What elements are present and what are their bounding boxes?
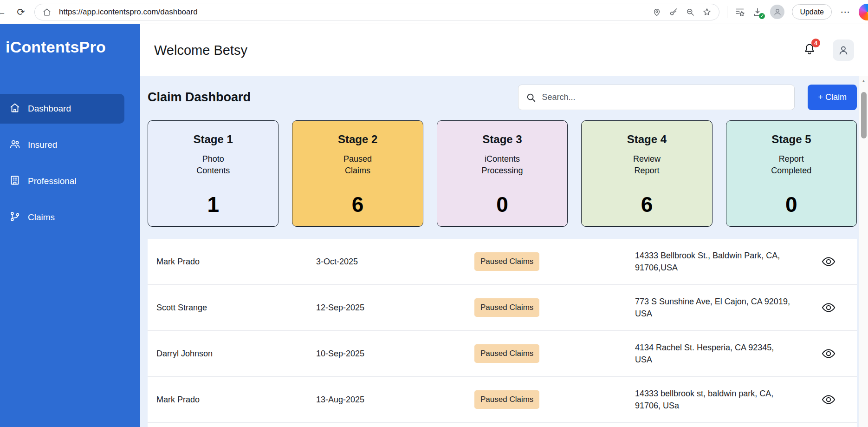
stage-card-1: Stage 1 Photo Contents 1 (148, 120, 279, 227)
view-claim-button[interactable] (822, 302, 836, 313)
stage-card-2: Stage 2 Paused Claims 6 (292, 120, 423, 227)
sidebar-nav: Dashboard Insured Professional Claims (0, 94, 140, 232)
stage-title: Stage 1 (194, 133, 233, 146)
stage-title: Stage 5 (771, 133, 811, 146)
profile-button[interactable] (833, 39, 854, 61)
home-icon (9, 102, 20, 116)
stage-subtitle: Review Report (633, 153, 661, 177)
scrollbar: ▲ (859, 76, 868, 427)
search-box[interactable] (518, 85, 795, 110)
refresh-icon[interactable]: ⟳ (15, 7, 27, 18)
url-text[interactable]: https://app.icontentspro.com/dashboard (59, 7, 645, 17)
claim-address: 4134 Rachel St. Hesperia, CA 92345, USA (635, 342, 793, 366)
stage-count: 6 (641, 192, 653, 217)
sidebar-item-label: Claims (28, 212, 55, 223)
view-claim-button[interactable] (822, 348, 836, 359)
favorite-star-icon[interactable] (702, 7, 712, 17)
status-badge: Paused Claims (474, 298, 539, 317)
location-icon[interactable] (652, 7, 661, 17)
browser-update-button[interactable]: Update (792, 4, 832, 20)
eye-icon (822, 394, 836, 405)
stage-title: Stage 2 (338, 133, 377, 146)
downloads-icon[interactable]: ✓ (752, 7, 763, 17)
stage-subtitle: Paused Claims (343, 153, 372, 177)
view-claim-button[interactable] (822, 394, 836, 405)
stage-title: Stage 3 (482, 133, 522, 146)
stage-card-3: Stage 3 iContents Processing 0 (437, 120, 568, 227)
sidebar-item-label: Dashboard (28, 104, 71, 114)
claim-date: 10-Sep-2025 (316, 349, 474, 359)
stage-count: 6 (352, 192, 364, 217)
browser-menu-icon[interactable]: ⋯ (839, 7, 851, 18)
sidebar-item-claims[interactable]: Claims (0, 203, 124, 232)
welcome-text: Welcome Betsy (154, 43, 247, 58)
claim-date: 3-Oct-2025 (316, 257, 474, 267)
app-header: Welcome Betsy 4 (140, 24, 868, 76)
stage-count: 0 (496, 192, 508, 217)
claim-name: Mark Prado (148, 395, 316, 405)
stage-cards: Stage 1 Photo Contents 1 Stage 2 Paused … (148, 120, 857, 227)
back-icon[interactable]: ← (0, 7, 7, 18)
search-input[interactable] (542, 92, 787, 102)
branch-icon (9, 211, 20, 224)
stage-card-5: Stage 5 Report Completed 0 (726, 120, 857, 227)
sidebar: iContentsPro Dashboard Insured Professio… (0, 24, 140, 427)
browser-chrome: ← ⟳ https://app.icontentspro.com/dashboa… (0, 0, 868, 24)
chrome-divider (727, 6, 727, 18)
claim-row: Mark Prado 3-Oct-2025 Paused Claims 1433… (148, 239, 857, 285)
status-badge: Paused Claims (474, 390, 539, 409)
claim-dashboard: Claim Dashboard + Claim Stage 1 Photo Co… (140, 76, 868, 427)
claim-address: 773 S Sunshine Ave, El Cajon, CA 92019, … (635, 296, 793, 320)
status-badge: Paused Claims (474, 252, 539, 271)
scroll-up-button[interactable]: ▲ (859, 79, 868, 83)
app-logo: iContentsPro (0, 24, 140, 56)
header-actions: 4 (803, 39, 854, 61)
add-claim-button[interactable]: + Claim (808, 85, 857, 110)
claim-date: 12-Sep-2025 (316, 303, 474, 313)
site-info-icon[interactable] (42, 7, 52, 17)
stage-count: 0 (785, 192, 797, 217)
claim-row: Darryl Johnson 10-Sep-2025 Paused Claims… (148, 331, 857, 377)
claims-table: Mark Prado 3-Oct-2025 Paused Claims 1433… (148, 239, 857, 427)
eye-icon (822, 302, 836, 313)
sidebar-item-dashboard[interactable]: Dashboard (0, 94, 124, 124)
claim-name: Mark Prado (148, 257, 316, 267)
claim-address: 14333 bellbrook st, baldwin park, CA, 91… (635, 388, 793, 412)
view-claim-button[interactable] (822, 256, 836, 267)
favorites-bar-icon[interactable] (735, 7, 745, 17)
download-complete-badge: ✓ (759, 13, 765, 19)
dashboard-title-row: Claim Dashboard + Claim (148, 85, 857, 110)
claim-name: Scott Strange (148, 303, 316, 313)
zoom-out-icon[interactable] (686, 7, 695, 17)
screen: ← ⟳ https://app.icontentspro.com/dashboa… (0, 0, 868, 427)
scrollbar-thumb[interactable] (861, 92, 867, 138)
url-bar[interactable]: https://app.icontentspro.com/dashboard (34, 4, 719, 20)
browser-profile-avatar[interactable] (770, 5, 784, 19)
claim-date: 13-Aug-2025 (316, 395, 474, 405)
users-icon (9, 138, 20, 152)
claim-address: 14333 Bellbrook St., Baldwin Park, CA, 9… (635, 250, 793, 274)
stage-subtitle: Photo Contents (196, 153, 230, 177)
claim-row: Mark Prado 13-Aug-2025 Paused Claims 143… (148, 377, 857, 423)
stage-subtitle: Report Completed (771, 153, 811, 177)
notifications-button[interactable]: 4 (803, 42, 816, 58)
sidebar-item-professional[interactable]: Professional (0, 166, 124, 196)
eye-icon (822, 348, 836, 359)
stage-count: 1 (207, 192, 219, 217)
stage-card-4: Stage 4 Review Report 6 (581, 120, 712, 227)
page-title: Claim Dashboard (148, 90, 251, 105)
password-key-icon[interactable] (669, 7, 678, 17)
sidebar-item-label: Professional (28, 176, 77, 186)
status-badge: Paused Claims (474, 344, 539, 363)
building-icon (9, 175, 20, 188)
claim-name: Darryl Johnson (148, 349, 316, 359)
notification-count-badge: 4 (811, 39, 820, 47)
search-icon (526, 92, 536, 103)
stage-subtitle: iContents Processing (481, 153, 523, 177)
sidebar-item-label: Insured (28, 140, 57, 150)
eye-icon (822, 256, 836, 267)
stage-title: Stage 4 (627, 133, 667, 146)
sidebar-item-insured[interactable]: Insured (0, 130, 124, 160)
copilot-icon[interactable] (859, 4, 868, 20)
claim-row: Scott Strange 12-Sep-2025 Paused Claims … (148, 285, 857, 331)
